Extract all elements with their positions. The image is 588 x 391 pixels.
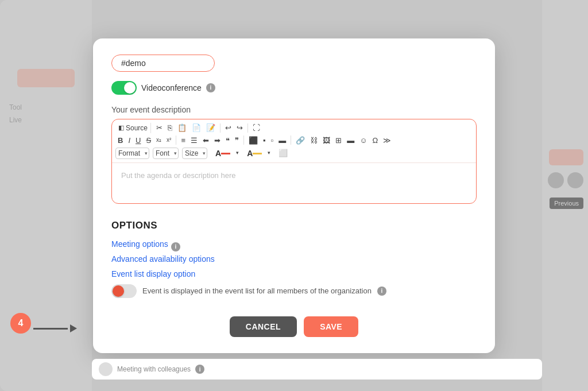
source-icon: ◧: [118, 124, 124, 131]
event-toggle-info-icon[interactable]: i: [377, 287, 386, 296]
hr-button[interactable]: ▬: [345, 136, 357, 145]
paste-word-button[interactable]: 📝: [204, 123, 218, 133]
unlink-button[interactable]: ⛓: [308, 136, 320, 145]
meeting-label: Meeting with colleagues: [117, 365, 191, 373]
toolbar-row-1: ◧ Source ✂ ⎘ 📋 📄 📝 ↩ ↪ ⛶: [115, 122, 473, 134]
toolbar-sep-2: [247, 123, 248, 133]
bold-button[interactable]: B: [115, 136, 125, 145]
event-toggle-label: Event is displayed in the event list for…: [142, 287, 372, 295]
vc-info-icon[interactable]: i: [206, 83, 215, 92]
undo-button[interactable]: ↩: [223, 123, 234, 133]
smiley-button[interactable]: ☺: [357, 136, 369, 145]
align-left-button[interactable]: ⬛: [246, 136, 260, 145]
superscript-button[interactable]: x²: [164, 136, 173, 144]
cut-button[interactable]: ✂: [154, 123, 165, 133]
toolbar-sep-1: [220, 123, 220, 133]
color-underline-red: [221, 153, 230, 154]
copy-button[interactable]: ⎘: [165, 123, 175, 133]
font-dropdown[interactable]: Font: [153, 148, 179, 159]
underline-button[interactable]: U: [133, 136, 143, 145]
source-button[interactable]: ◧ Source: [115, 123, 151, 133]
table-button[interactable]: ⊞: [333, 136, 344, 145]
bg-color-button[interactable]: A: [245, 148, 264, 158]
modal-footer: CANCEL SAVE: [111, 314, 477, 337]
color-underline-yellow: [253, 153, 262, 154]
ordered-list-button[interactable]: ≡: [179, 136, 188, 145]
blockquote-button[interactable]: ❝: [223, 136, 232, 145]
desc-label: Your event description: [111, 105, 477, 114]
indent-button[interactable]: ➡: [212, 136, 223, 145]
options-title: OPTIONS: [111, 220, 477, 231]
videoconference-row: Videoconference i: [111, 81, 477, 95]
event-modal: #demo Videoconference i Your event descr…: [93, 38, 495, 353]
toolbar-sep-3: [176, 136, 176, 145]
align-right-button[interactable]: ▫: [269, 136, 276, 145]
rich-text-editor[interactable]: ◧ Source ✂ ⎘ 📋 📄 📝 ↩ ↪ ⛶ B: [111, 119, 477, 204]
format-dropdown-wrapper: Format: [115, 148, 149, 159]
image-button[interactable]: 🖼: [320, 136, 332, 145]
paste-button[interactable]: 📋: [175, 123, 189, 133]
cancel-button[interactable]: CANCEL: [230, 316, 297, 337]
vc-label: Videoconference: [141, 83, 202, 92]
toolbar-row-2: B I U S x₂ x² ≡ ☰ ⬅ ➡ ❝ ❞ ⬛ ▪ ▫: [115, 134, 473, 146]
event-list-link[interactable]: Event list display option: [111, 269, 477, 278]
align-center-button[interactable]: ▪: [261, 136, 268, 145]
step-arrow: [33, 324, 77, 332]
bottom-meeting-hint: Meeting with colleagues i: [92, 359, 542, 380]
redo-button[interactable]: ↪: [234, 123, 245, 133]
font-dropdown-wrapper: Font: [153, 148, 179, 159]
blockquote-end-button[interactable]: ❞: [233, 136, 241, 145]
meeting-avatar: [99, 362, 113, 376]
special-char-button[interactable]: Ω: [370, 136, 381, 145]
arrow-head: [70, 324, 77, 332]
toggle-thumb: [124, 82, 136, 94]
maximize-button[interactable]: ⛶: [250, 123, 262, 133]
unordered-list-button[interactable]: ☰: [188, 136, 200, 145]
bg-color-dropdown[interactable]: ▾: [265, 149, 273, 157]
more-button[interactable]: ≫: [381, 136, 393, 145]
save-button[interactable]: SAVE: [304, 316, 358, 337]
toolbar-sep-4: [243, 136, 244, 145]
meeting-options-row: Meeting options i: [111, 239, 477, 254]
outdent-button[interactable]: ⬅: [200, 136, 211, 145]
tag-input[interactable]: #demo: [111, 55, 215, 72]
rte-toolbar: ◧ Source ✂ ⎘ 📋 📄 📝 ↩ ↪ ⛶ B: [112, 119, 476, 163]
font-color-dropdown[interactable]: ▾: [234, 149, 241, 157]
videoconference-toggle[interactable]: [111, 81, 137, 95]
meeting-options-link[interactable]: Meeting options: [111, 239, 168, 249]
event-display-toggle[interactable]: [111, 284, 137, 298]
size-dropdown[interactable]: Size: [182, 148, 207, 159]
subscript-button[interactable]: x₂: [154, 136, 164, 144]
italic-button[interactable]: I: [126, 136, 133, 145]
event-toggle-row: Event is displayed in the event list for…: [111, 284, 477, 298]
link-button[interactable]: 🔗: [293, 136, 307, 145]
toolbar-row-3: Format Font Size: [115, 146, 473, 160]
advanced-avail-link[interactable]: Advanced availability options: [111, 254, 477, 264]
font-color-button[interactable]: A: [213, 148, 233, 158]
toolbar-sep-5: [291, 136, 291, 145]
arrow-shaft: [33, 328, 68, 330]
step-badge: 4: [10, 313, 31, 334]
event-toggle-thumb: [113, 285, 124, 297]
rte-body[interactable]: Put the agenda or description here: [112, 163, 476, 203]
paste-text-button[interactable]: 📄: [189, 123, 203, 133]
strikethrough-button[interactable]: S: [144, 136, 153, 145]
meeting-hint-info-icon: i: [195, 365, 204, 374]
format-dropdown[interactable]: Format: [115, 148, 149, 159]
size-dropdown-wrapper: Size: [182, 148, 207, 159]
meeting-options-info-icon[interactable]: i: [171, 242, 180, 251]
remove-format-button[interactable]: ⬜: [276, 148, 290, 158]
modal-overlay: #demo Videoconference i Your event descr…: [0, 0, 588, 391]
align-justify-button[interactable]: ▬: [276, 136, 288, 145]
